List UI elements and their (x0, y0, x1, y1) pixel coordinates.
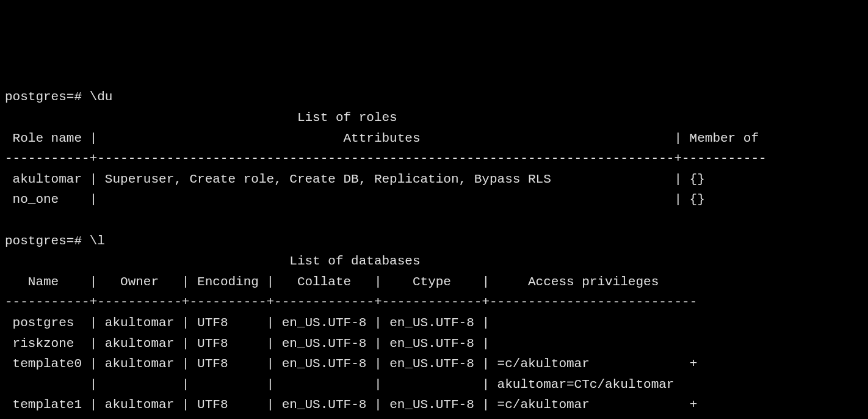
col-encoding: Encoding (189, 275, 266, 289)
col-owner: Owner (97, 275, 182, 289)
command-l: \l (90, 234, 105, 248)
databases-separator: -----------+-----------+----------+-----… (5, 295, 697, 309)
db-encoding-cell: UTF8 (189, 357, 266, 371)
db-owner-cell: akultomar (97, 316, 182, 330)
role-row: akultomar | Superuser, Create role, Crea… (5, 172, 705, 186)
role-member-cell: {} (682, 192, 705, 206)
db-name-cell: template0 (5, 357, 90, 371)
col-name: Name (5, 275, 90, 289)
db-encoding-cell (189, 377, 266, 392)
db-ctype-cell: en_US.UTF-8 (382, 357, 482, 371)
col-ctype: Ctype (382, 275, 482, 289)
col-collate: Collate (274, 275, 374, 289)
db-collate-cell: en_US.UTF-8 (274, 357, 374, 371)
roles-title-line: List of roles (5, 111, 397, 125)
db-access-cell: akultomar=CTc/akultomar (490, 377, 674, 392)
db-owner-cell: akultomar (97, 398, 182, 412)
db-name-cell: postgres (5, 316, 90, 330)
roles-title: List of roles (297, 111, 397, 125)
prompt: postgres=# (5, 90, 90, 104)
db-access-cell (490, 316, 497, 330)
db-access-cell: =c/akultomar + (490, 398, 697, 412)
role-name-cell: akultomar (5, 172, 90, 186)
db-encoding-cell: UTF8 (189, 337, 266, 351)
role-member-cell: {} (682, 172, 705, 186)
table-row: riskzone | akultomar | UTF8 | en_US.UTF-… (5, 337, 497, 351)
col-member-of: Member of (682, 131, 767, 145)
db-access-cell (490, 337, 497, 351)
db-ctype-cell: en_US.UTF-8 (382, 316, 482, 330)
databases-title: List of databases (289, 254, 420, 268)
prompt: postgres=# (5, 234, 90, 248)
db-collate-cell: en_US.UTF-8 (274, 337, 374, 351)
db-name-cell (5, 377, 90, 392)
role-name-cell: no_one (5, 192, 90, 206)
roles-header: Role name | Attributes | Member of (5, 131, 767, 145)
role-attr-cell: Superuser, Create role, Create DB, Repli… (97, 172, 559, 186)
table-row: | | | | | akultomar=CTc/akultomar (5, 377, 674, 392)
db-ctype-cell: en_US.UTF-8 (382, 337, 482, 351)
roles-separator: -----------+----------------------------… (5, 151, 767, 166)
col-role-name: Role name (5, 131, 90, 145)
databases-header: Name | Owner | Encoding | Collate | Ctyp… (5, 275, 697, 289)
db-encoding-cell: UTF8 (189, 398, 266, 412)
db-collate-cell: en_US.UTF-8 (274, 316, 374, 330)
table-row: template0 | akultomar | UTF8 | en_US.UTF… (5, 357, 697, 371)
db-collate-cell (274, 377, 374, 392)
col-access: Access privileges (490, 275, 697, 289)
db-ctype-cell (382, 377, 482, 392)
command-du: \du (90, 90, 113, 104)
role-row: no_one | | {} (5, 192, 705, 206)
db-owner-cell (97, 377, 182, 392)
table-row: postgres | akultomar | UTF8 | en_US.UTF-… (5, 316, 497, 330)
role-attr-cell (97, 192, 559, 206)
db-name-cell: riskzone (5, 337, 90, 351)
col-attributes: Attributes (97, 131, 674, 145)
terminal-output: postgres=# \du List of roles Role name |… (5, 87, 863, 419)
db-ctype-cell: en_US.UTF-8 (382, 398, 482, 412)
db-encoding-cell: UTF8 (189, 316, 266, 330)
table-row: template1 | akultomar | UTF8 | en_US.UTF… (5, 398, 697, 412)
db-access-cell: =c/akultomar + (490, 357, 697, 371)
db-owner-cell: akultomar (97, 357, 182, 371)
db-collate-cell: en_US.UTF-8 (274, 398, 374, 412)
db-name-cell: template1 (5, 398, 90, 412)
db-owner-cell: akultomar (97, 337, 182, 351)
databases-title-line: List of databases (5, 254, 421, 268)
